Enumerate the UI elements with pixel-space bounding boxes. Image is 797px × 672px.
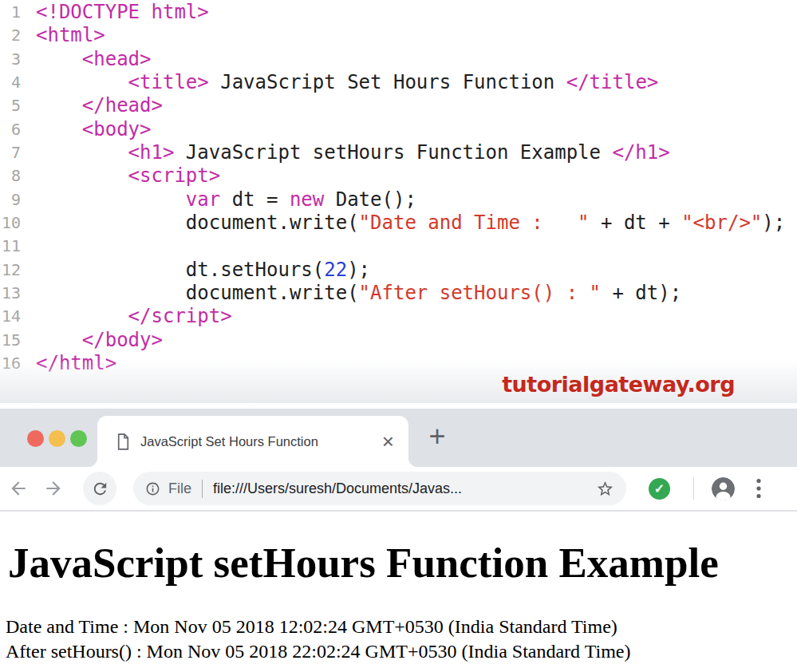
tab-title: JavaScript Set Hours Function [140, 434, 376, 449]
code-line: 2<html> [0, 24, 797, 47]
line-number: 7 [0, 141, 21, 164]
code-text: </body> [21, 329, 163, 352]
line-number: 2 [0, 24, 21, 47]
address-divider [202, 480, 203, 498]
mac-zoom-button[interactable] [70, 430, 87, 447]
page-content: JavaScript setHours Function Example Dat… [0, 512, 797, 664]
line-number: 15 [0, 329, 21, 352]
line-number: 6 [0, 118, 21, 141]
output-line-2: After setHours() : Mon Nov 05 2018 22:02… [6, 639, 797, 664]
code-line: 13 document.write("After setHours() : " … [0, 282, 797, 305]
reload-icon [91, 480, 109, 498]
screen: 1<!DOCTYPE html>2<html>3 <head>4 <title>… [0, 0, 797, 672]
code-text: <title> JavaScript Set Hours Function </… [21, 71, 658, 94]
line-number: 10 [0, 211, 21, 235]
mac-minimize-button[interactable] [49, 430, 65, 447]
code-lines: 1<!DOCTYPE html>2<html>3 <head>4 <title>… [0, 0, 797, 376]
code-text: <html> [21, 24, 105, 47]
code-text: </head> [21, 94, 163, 117]
avatar-icon [712, 477, 735, 500]
new-tab-button[interactable]: + [420, 420, 455, 455]
code-text: <!DOCTYPE html> [21, 1, 209, 24]
extension-button[interactable]: ✓ [649, 478, 670, 500]
back-button[interactable] [8, 478, 29, 499]
code-line: 7 <h1> JavaScript setHours Function Exam… [0, 141, 797, 164]
line-number: 9 [0, 188, 21, 211]
menu-button[interactable] [756, 478, 761, 499]
browser-toolbar: File file:///Users/suresh/Documents/Java… [0, 467, 797, 512]
bookmark-star-button[interactable] [596, 480, 614, 498]
line-number: 5 [0, 94, 21, 117]
address-bar[interactable]: File file:///Users/suresh/Documents/Java… [133, 472, 626, 505]
code-line: 10 document.write("Date and Time : " + d… [0, 211, 797, 235]
line-number: 13 [0, 282, 21, 305]
line-number: 8 [0, 164, 21, 188]
code-text: dt.setHours(22); [21, 259, 370, 282]
line-number: 1 [0, 1, 21, 24]
code-line: 3 <head> [0, 48, 797, 71]
tutorialgateway-watermark: tutorialgateway.org [502, 372, 735, 397]
code-text: var dt = new Date(); [21, 188, 416, 211]
check-icon: ✓ [654, 481, 665, 496]
line-number: 11 [0, 235, 21, 258]
document-icon [116, 433, 130, 450]
output-line-1: Date and Time : Mon Nov 05 2018 12:02:24… [6, 615, 797, 639]
forward-arrow-icon [43, 478, 64, 499]
code-line: 1<!DOCTYPE html> [0, 1, 797, 24]
url-text: file:///Users/suresh/Documents/Javas... [213, 480, 462, 497]
profile-button[interactable] [712, 477, 735, 500]
file-scheme-label: File [168, 480, 191, 497]
line-number: 3 [0, 48, 21, 71]
line-number: 12 [0, 259, 21, 282]
code-line: 11 [0, 235, 797, 258]
code-text: <script> [21, 164, 220, 188]
code-line: 5 </head> [0, 94, 797, 117]
forward-button[interactable] [43, 478, 64, 499]
code-text: </script> [21, 305, 232, 328]
window-controls [27, 430, 87, 447]
code-editor: 1<!DOCTYPE html>2<html>3 <head>4 <title>… [0, 0, 797, 409]
code-text: <head> [21, 48, 152, 71]
code-line: 9 var dt = new Date(); [0, 188, 797, 211]
code-line: 14 </script> [0, 305, 797, 328]
code-line: 4 <title> JavaScript Set Hours Function … [0, 71, 797, 94]
line-number: 14 [0, 305, 21, 328]
browser-tab[interactable]: JavaScript Set Hours Function × [97, 416, 408, 467]
star-icon [596, 480, 614, 498]
code-line: 8 <script> [0, 164, 797, 188]
mac-close-button[interactable] [27, 430, 44, 447]
code-line: 6 <body> [0, 118, 797, 141]
code-text: document.write("Date and Time : " + dt +… [21, 211, 785, 235]
code-line: 12 dt.setHours(22); [0, 259, 797, 282]
page-heading: JavaScript setHours Function Example [0, 540, 797, 586]
line-number: 4 [0, 71, 21, 94]
code-line: 15 </body> [0, 329, 797, 352]
code-text: <body> [21, 118, 152, 141]
kebab-menu-icon [756, 478, 761, 499]
code-text: <h1> JavaScript setHours Function Exampl… [21, 141, 670, 164]
browser-tab-bar: JavaScript Set Hours Function × + [0, 409, 797, 467]
info-icon [145, 481, 160, 496]
toolbar-divider [693, 477, 694, 500]
back-arrow-icon [8, 478, 29, 499]
code-text [21, 235, 36, 258]
code-text: document.write("After setHours() : " + d… [21, 282, 681, 305]
reload-button[interactable] [83, 472, 116, 505]
tab-close-button[interactable]: × [382, 431, 394, 452]
